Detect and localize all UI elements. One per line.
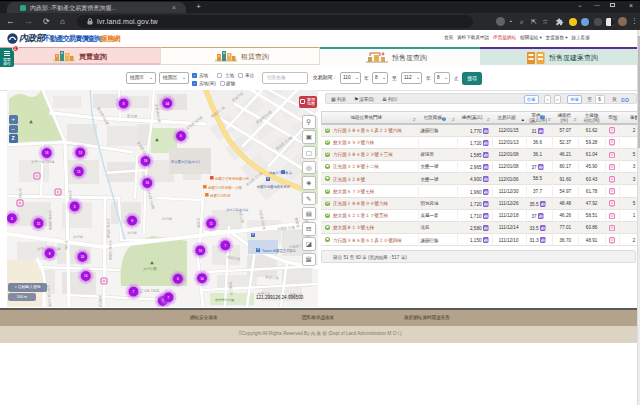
svg-text:16: 16 [84, 274, 88, 278]
svg-text:18: 18 [144, 159, 148, 163]
svg-text:11: 11 [77, 170, 81, 174]
svg-text:7: 7 [162, 299, 164, 303]
svg-text:16: 16 [200, 277, 204, 281]
svg-text:7: 7 [133, 290, 135, 294]
svg-text:力行路 388巷: 力行路 388巷 [48, 210, 52, 231]
svg-text:力行公園: 力行公園 [143, 267, 157, 271]
svg-text:8: 8 [123, 102, 125, 106]
svg-text:力行路: 力行路 [73, 235, 84, 239]
svg-text:正光路 184巷: 正光路 184巷 [140, 288, 160, 293]
svg-text:8: 8 [49, 252, 51, 256]
svg-text:20: 20 [81, 255, 85, 259]
svg-text:桃園市警察局桃園分局: 桃園市警察局桃園分局 [215, 177, 250, 181]
svg-text:6: 6 [177, 277, 179, 281]
svg-text:文中路: 文中路 [64, 240, 68, 251]
svg-text:6: 6 [180, 134, 182, 138]
svg-text:P: P [252, 233, 254, 237]
svg-text:34: 34 [165, 102, 169, 106]
svg-text:桃園市桃園地政事務所: 桃園市桃園地政事務所 [257, 184, 291, 189]
svg-text:吉祥舒心公園: 吉祥舒心公園 [215, 297, 234, 302]
svg-text:15: 15 [37, 222, 41, 226]
svg-text:桃園市下午餐 站: 桃園市下午餐 站 [269, 171, 293, 175]
svg-text:桃園市消防局第一大隊: 桃園市消防局第一大隊 [208, 185, 243, 190]
svg-text:5: 5 [74, 205, 76, 209]
svg-text:16: 16 [146, 181, 150, 185]
svg-text:力行路: 力行路 [127, 231, 138, 235]
svg-text:7: 7 [168, 296, 170, 300]
svg-text:Tarzan 桃園區王鼎旅店: Tarzan 桃園區王鼎旅店 [262, 248, 297, 253]
svg-text:11: 11 [209, 222, 213, 226]
svg-text:P: P [257, 248, 259, 252]
svg-text:桃園市消防局: 桃園市消防局 [210, 193, 231, 198]
svg-text:慈文國中(活動中心): 慈文國中(活動中心) [170, 159, 200, 164]
svg-text:7: 7 [224, 244, 226, 248]
svg-text:16: 16 [45, 151, 49, 155]
svg-text:121.299126 24.996500: 121.299126 24.996500 [256, 295, 304, 300]
svg-text:新埔六街: 新埔六街 [98, 295, 102, 307]
svg-text:方行路: 方行路 [162, 217, 173, 221]
svg-text:13: 13 [78, 151, 82, 155]
svg-text:6: 6 [11, 217, 13, 221]
svg-text:9: 9 [131, 219, 133, 223]
svg-text:10: 10 [199, 249, 203, 253]
svg-text:力行路 385巷: 力行路 385巷 [106, 218, 110, 239]
svg-text:力行路 510巷: 力行路 510巷 [108, 240, 112, 261]
svg-text:慈文路: 慈文路 [126, 114, 138, 119]
svg-text:P: P [267, 177, 269, 181]
svg-text:力行二科市六站: 力行二科市六站 [226, 208, 249, 212]
